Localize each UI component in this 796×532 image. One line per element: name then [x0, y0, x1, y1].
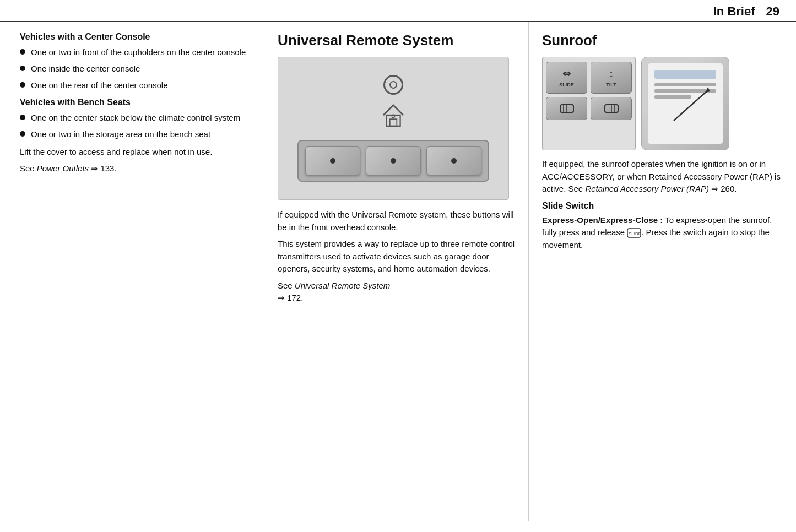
header-title: In Brief [713, 4, 755, 19]
body3-page: 172. [287, 293, 303, 302]
sunroof-device-image [641, 57, 729, 150]
sunroof-slide-label: SLIDE [559, 82, 574, 88]
body2-prefix: See [20, 164, 37, 173]
sunroof-device-lines [654, 83, 716, 99]
bullet-dot [20, 66, 25, 71]
right-body2: Express-Open/Express-Close : To express-… [542, 214, 783, 252]
right-column: Sunroof ⇔ SLIDE ↕ TILT [529, 22, 796, 521]
svg-rect-1 [390, 119, 397, 126]
list-item: One on the rear of the center console [20, 79, 251, 91]
remote-button-dot-1 [330, 158, 335, 164]
section1-heading: Vehicles with a Center Console [20, 32, 251, 42]
sunroof-bottom-left-icon [559, 102, 575, 115]
bullet-dot [20, 115, 25, 120]
sunroof-slide-button: ⇔ SLIDE [546, 62, 587, 94]
list-item-text: One inside the center console [31, 63, 140, 75]
line-1 [654, 83, 716, 86]
sunroof-tilt-label: TILT [606, 82, 616, 88]
sunroof-image-area: ⇔ SLIDE ↕ TILT [542, 57, 783, 150]
list-item: One or two in front of the cupholders on… [20, 46, 251, 58]
remote-button-2 [366, 146, 421, 175]
remote-button-dot-2 [391, 158, 396, 164]
sunroof-device-inner [647, 63, 723, 144]
arrow-symbol: ⇒ [91, 164, 98, 173]
body3-prefix: See [278, 281, 295, 290]
section1-bullet-list: One or two in front of the cupholders on… [20, 46, 251, 91]
mid-col-title: Universal Remote System [278, 32, 515, 49]
middle-column: Universal Remote System [264, 22, 529, 521]
remote-icon-area [378, 75, 408, 130]
remote-buttons-row [297, 140, 489, 182]
sunroof-control-panel: ⇔ SLIDE ↕ TILT [542, 57, 636, 150]
remote-house-icon [378, 100, 408, 130]
sunroof-device-top-bar [654, 70, 716, 79]
bullet-dot [20, 131, 25, 137]
list-item-text: One or two in the storage area on the be… [31, 128, 210, 140]
remote-image [278, 57, 509, 200]
slide-icon: SLIDE [627, 227, 641, 239]
left-body2: See Power Outlets ⇒ 133. [20, 162, 251, 175]
line-2 [654, 89, 716, 93]
left-column: Vehicles with a Center Console One or tw… [0, 22, 264, 521]
list-item-text: One on the center stack below the climat… [31, 112, 240, 124]
line-3 [654, 95, 691, 99]
header-page-number: 29 [766, 4, 779, 19]
left-body1: Lift the cover to access and replace whe… [20, 146, 251, 159]
sunroof-bottom-buttons [546, 97, 632, 120]
body3-arrow: ⇒ [278, 293, 285, 302]
list-item: One on the center stack below the climat… [20, 112, 251, 124]
mid-body2: This system provides a way to replace up… [278, 238, 515, 275]
rap-link: Retained Accessory Power (RAP) [585, 184, 709, 193]
bullet-dot [20, 49, 25, 55]
remote-button-1 [305, 146, 360, 175]
mid-body3: See Universal Remote System ⇒ 172. [278, 280, 515, 305]
section2-bullet-list: One on the center stack below the climat… [20, 112, 251, 140]
svg-text:SLIDE: SLIDE [629, 231, 641, 236]
page-body: Vehicles with a Center Console One or tw… [0, 22, 796, 521]
sunroof-bottom-left-btn [546, 97, 587, 120]
right-body1: If equipped, the sunroof operates when t… [542, 158, 783, 196]
sunroof-tilt-button: ↕ TILT [591, 62, 632, 94]
sunroof-top-buttons: ⇔ SLIDE ↕ TILT [546, 62, 632, 94]
right-col-title: Sunroof [542, 32, 783, 49]
remote-circle-icon [383, 75, 403, 95]
sunroof-slide-icon: ⇔ [562, 68, 571, 80]
bullet-dot [20, 82, 25, 88]
sunroof-bottom-right-btn [591, 97, 632, 120]
slide-switch-heading: Slide Switch [542, 201, 783, 211]
list-item-text: One on the rear of the center console [31, 79, 168, 91]
list-item: One or two in the storage area on the be… [20, 128, 251, 140]
svg-rect-0 [386, 115, 400, 126]
universal-remote-link: Universal Remote System [295, 281, 390, 290]
list-item: One inside the center console [20, 63, 251, 75]
remote-button-dot-3 [451, 158, 457, 164]
section2-heading: Vehicles with Bench Seats [20, 97, 251, 107]
sunroof-tilt-icon: ↕ [609, 68, 614, 80]
sunroof-bottom-right-icon [604, 102, 619, 115]
remote-circle-inner [389, 81, 397, 89]
power-outlets-link: Power Outlets [37, 164, 89, 173]
remote-button-3 [426, 146, 481, 175]
express-open-label: Express-Open/Express-Close : [542, 215, 663, 225]
mid-body1: If equipped with the Universal Remote sy… [278, 209, 515, 234]
body2-page: 133. [100, 164, 116, 173]
page-header: In Brief 29 [0, 0, 796, 22]
list-item-text: One or two in front of the cupholders on… [31, 46, 246, 58]
